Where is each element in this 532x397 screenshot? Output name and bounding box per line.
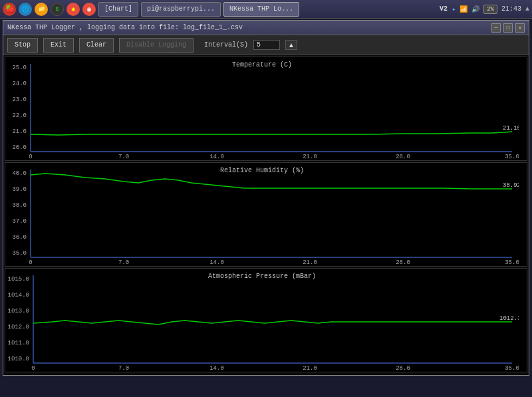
svg-text:1012.0: 1012.0	[8, 324, 29, 331]
svg-text:1015.0: 1015.0	[8, 276, 29, 283]
window-controls: ─ □ ✕	[491, 23, 525, 33]
svg-text:20.0: 20.0	[12, 144, 27, 151]
svg-text:1011.0: 1011.0	[8, 340, 29, 346]
svg-text:7.0: 7.0	[118, 259, 129, 266]
svg-text:14.0: 14.0	[209, 259, 224, 266]
bluetooth-icon: ✦	[452, 5, 456, 13]
svg-text:28.0: 28.0	[396, 259, 410, 266]
clock: 21:43	[501, 5, 521, 13]
temperature-chart: 25.0 24.0 23.0 22.0 21.0 20.0 Temperatur…	[5, 57, 527, 161]
svg-text:1012.35: 1012.35	[499, 315, 519, 322]
svg-text:21.15: 21.15	[503, 125, 519, 132]
vc-icon: V2	[440, 5, 448, 13]
svg-text:38.0: 38.0	[12, 202, 27, 209]
disable-logging-button[interactable]: Disable Logging	[119, 38, 194, 53]
svg-text:24.0: 24.0	[12, 80, 27, 87]
svg-text:28.0: 28.0	[396, 154, 410, 160]
taskbar: 🍓 🌐 📁 $ ✱ ◉ [Chart] pi@raspberrypi... NK…	[0, 0, 532, 19]
volume-icon: 🔊	[471, 5, 479, 13]
circular-icon[interactable]: ◉	[82, 3, 96, 16]
raspberry-icon[interactable]: 🍓	[3, 3, 16, 16]
svg-text:37.0: 37.0	[12, 218, 27, 225]
svg-text:35.0: 35.0	[505, 259, 519, 266]
svg-text:Atmospheric Pressure (mBar): Atmospheric Pressure (mBar)	[208, 273, 316, 280]
svg-text:28.0: 28.0	[396, 365, 410, 372]
exit-button[interactable]: Exit	[43, 38, 74, 53]
svg-text:7.0: 7.0	[118, 154, 129, 160]
window-title: NKessa THP Logger , logging data into fi…	[7, 24, 243, 31]
svg-text:14.0: 14.0	[209, 365, 224, 372]
interval-label: Interval(S)	[204, 41, 248, 49]
logger-window-tab[interactable]: NKessa THP Lo...	[223, 2, 299, 17]
svg-text:38.92: 38.92	[503, 182, 519, 189]
maximize-button[interactable]: □	[503, 23, 513, 33]
toolbar: Stop Exit Clear Disable Logging Interval…	[3, 35, 529, 55]
svg-rect-0	[5, 57, 519, 160]
svg-text:21.0: 21.0	[303, 365, 317, 372]
svg-text:0: 0	[29, 154, 32, 160]
svg-text:23.0: 23.0	[12, 96, 27, 103]
svg-text:14.0: 14.0	[209, 154, 224, 160]
svg-text:Relative Humidity (%): Relative Humidity (%)	[220, 167, 304, 174]
terminal-icon[interactable]: $	[51, 3, 64, 16]
window-titlebar: NKessa THP Logger , logging data into fi…	[3, 21, 529, 35]
svg-text:0: 0	[29, 259, 32, 266]
svg-text:39.0: 39.0	[12, 186, 27, 193]
svg-text:1010.0: 1010.0	[8, 356, 29, 362]
terminal-window-tab[interactable]: pi@raspberrypi...	[141, 2, 221, 17]
svg-text:21.0: 21.0	[12, 128, 27, 135]
stop-button[interactable]: Stop	[7, 38, 38, 53]
svg-text:Temperature (C): Temperature (C)	[232, 61, 292, 68]
folder-icon[interactable]: 📁	[35, 3, 48, 16]
svg-rect-17	[5, 163, 519, 266]
clear-button[interactable]: Clear	[79, 38, 114, 53]
svg-text:36.0: 36.0	[12, 234, 27, 241]
chart-window-tab[interactable]: [Chart]	[98, 2, 138, 17]
terminal-tab-label: pi@raspberrypi...	[147, 5, 215, 13]
chart-tab-label: [Chart]	[104, 5, 132, 13]
svg-text:22.0: 22.0	[12, 112, 27, 119]
star-icon[interactable]: ✱	[66, 3, 80, 16]
taskbar-right: V2 ✦ 📶 🔊 2% 21:43 ▲	[440, 5, 529, 14]
svg-text:35.0: 35.0	[12, 250, 27, 257]
close-button[interactable]: ✕	[515, 23, 525, 33]
svg-text:21.0: 21.0	[303, 259, 317, 266]
battery-indicator: 2%	[483, 5, 497, 14]
main-window: NKessa THP Logger , logging data into fi…	[3, 20, 529, 376]
charts-area: 25.0 24.0 23.0 22.0 21.0 20.0 Temperatur…	[3, 55, 529, 375]
humidity-chart: 40.0 39.0 38.0 37.0 36.0 35.0 Relative H…	[5, 162, 527, 267]
svg-text:21.0: 21.0	[303, 154, 317, 160]
wifi-icon: 📶	[460, 5, 467, 13]
svg-text:35.0: 35.0	[505, 154, 519, 160]
interval-up-button[interactable]: ▲	[285, 40, 297, 50]
svg-text:1014.0: 1014.0	[8, 292, 29, 299]
notify-icon: ▲	[525, 5, 529, 13]
svg-rect-34	[5, 269, 519, 372]
svg-text:7.0: 7.0	[118, 365, 129, 372]
interval-input[interactable]	[253, 40, 280, 50]
svg-text:25.0: 25.0	[12, 65, 27, 71]
svg-text:1013.0: 1013.0	[8, 308, 29, 315]
svg-text:0: 0	[31, 365, 35, 372]
minimize-button[interactable]: ─	[491, 23, 501, 33]
logger-tab-label: NKessa THP Lo...	[229, 5, 293, 13]
globe-icon[interactable]: 🌐	[19, 3, 32, 16]
svg-text:35.0: 35.0	[505, 365, 519, 372]
pressure-chart: 1015.0 1014.0 1013.0 1012.0 1011.0 1010.…	[5, 268, 527, 372]
svg-text:40.0: 40.0	[12, 170, 27, 177]
